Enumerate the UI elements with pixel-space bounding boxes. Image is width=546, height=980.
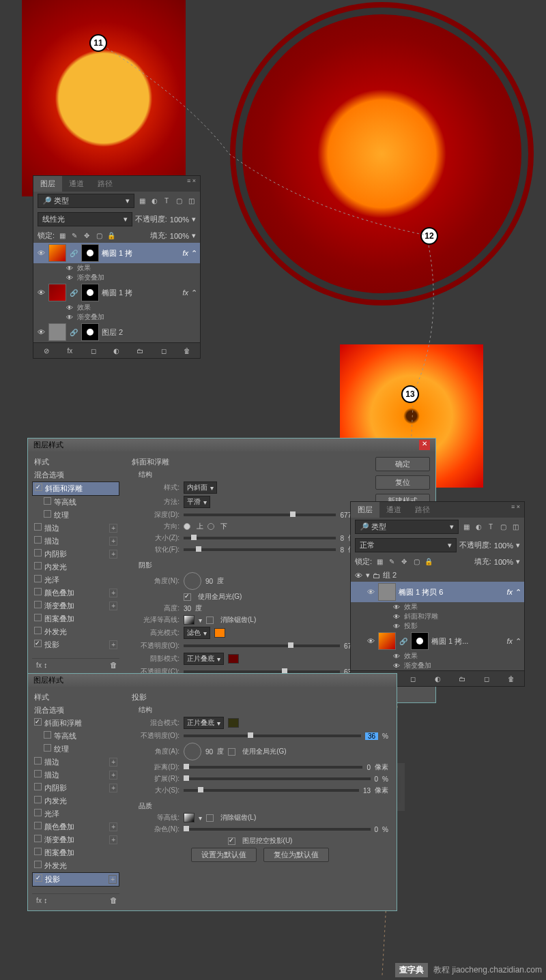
layer-row-1[interactable]: 👁 🔗 椭圆 1 拷 fx ⌃ bbox=[33, 243, 200, 263]
lock-trans-icon[interactable]: ▦ bbox=[57, 231, 67, 241]
fx-badge[interactable]: fx bbox=[182, 288, 188, 297]
style-inner-shadow[interactable]: 内阴影+ bbox=[32, 782, 119, 795]
link-icon[interactable]: 🔗 bbox=[69, 288, 78, 297]
fx-gradient-overlay[interactable]: 👁渐变叠加 bbox=[351, 661, 524, 670]
anti-alias-cb[interactable] bbox=[206, 617, 214, 624]
eye-icon[interactable]: 👁 bbox=[36, 328, 46, 336]
style-satin[interactable]: 光泽 bbox=[32, 574, 119, 586]
blending-options[interactable]: 混合选项 bbox=[32, 704, 119, 717]
opacity-value[interactable]: 100% bbox=[494, 541, 513, 550]
fill-value[interactable]: 100% bbox=[170, 232, 189, 240]
panel-menu-icon[interactable]: ≡ × bbox=[183, 176, 200, 192]
layer-row-3[interactable]: 👁 🔗 图层 2 bbox=[33, 322, 200, 342]
tab-channels[interactable]: 通道 bbox=[379, 502, 408, 518]
fx-icon[interactable]: fx bbox=[34, 660, 44, 670]
shadow-color[interactable] bbox=[228, 654, 239, 664]
style-texture[interactable]: 纹理 bbox=[32, 509, 119, 522]
style-gradient-overlay[interactable]: 渐变叠加+ bbox=[32, 833, 119, 846]
mask-icon[interactable]: ◻ bbox=[89, 346, 98, 355]
hilite-mode-select[interactable]: 滤色 ▾ bbox=[184, 627, 210, 639]
filter-type-select[interactable]: 🔎 类型▾ bbox=[38, 194, 134, 208]
trash-icon[interactable]: 🗑 bbox=[182, 346, 192, 355]
fx-effect[interactable]: 👁效果 bbox=[33, 263, 200, 273]
eye-icon[interactable]: 👁 bbox=[354, 571, 363, 580]
cancel-button[interactable]: 复位 bbox=[375, 475, 430, 490]
chevron-down-icon[interactable]: ▾ bbox=[366, 571, 370, 580]
style-outer-glow[interactable]: 外发光 bbox=[32, 625, 119, 638]
link-icon[interactable]: 🔗 bbox=[69, 248, 78, 258]
new-layer-icon[interactable]: ◻ bbox=[159, 346, 169, 355]
shadow-mode-select[interactable]: 正片叠底 ▾ bbox=[184, 653, 224, 665]
text-icon[interactable]: T bbox=[162, 196, 171, 206]
adjust-layer-icon[interactable]: ◐ bbox=[112, 346, 121, 355]
layer-row-1[interactable]: 👁 椭圆 1 拷贝 6 fx ⌃ bbox=[351, 582, 524, 602]
soften-slider[interactable] bbox=[184, 548, 336, 551]
style-contour[interactable]: 等高线 bbox=[32, 730, 119, 743]
eye-icon[interactable]: 👁 bbox=[366, 588, 375, 596]
method-select[interactable]: 平滑 ▾ bbox=[184, 496, 210, 508]
fx-drop-shadow[interactable]: 👁投影 bbox=[351, 621, 524, 631]
layer-row-2[interactable]: 👁 🔗 椭圆 1 拷... fx ⌃ bbox=[351, 631, 524, 651]
style-texture[interactable]: 纹理 bbox=[32, 743, 119, 756]
lock-brush-icon[interactable]: ✎ bbox=[70, 231, 79, 241]
style-stroke[interactable]: 描边+ bbox=[32, 522, 119, 535]
blending-options[interactable]: 混合选项 bbox=[32, 469, 119, 481]
style-select[interactable]: 内斜面 ▾ bbox=[184, 481, 217, 494]
style-outer-glow[interactable]: 外发光 bbox=[32, 859, 119, 872]
blend-mode-select[interactable]: 正片叠底 ▾ bbox=[184, 717, 224, 729]
style-contour[interactable]: 等高线 bbox=[32, 496, 119, 509]
tab-channels[interactable]: 通道 bbox=[62, 176, 91, 192]
style-satin[interactable]: 光泽 bbox=[32, 807, 119, 820]
distance-slider[interactable] bbox=[184, 766, 362, 769]
style-color-overlay[interactable]: 颜色叠加+ bbox=[32, 820, 119, 833]
eye-icon[interactable]: 👁 bbox=[36, 249, 46, 257]
adjust-layer-icon[interactable]: ◐ bbox=[433, 674, 442, 683]
adjust-icon[interactable]: ◐ bbox=[474, 522, 483, 532]
fx-gradient-overlay[interactable]: 👁渐变叠加 bbox=[33, 273, 200, 282]
panel-menu-icon[interactable]: ≡ × bbox=[507, 502, 524, 518]
fx-effect[interactable]: 👁效果 bbox=[33, 303, 200, 312]
global-light-cb[interactable] bbox=[184, 593, 191, 601]
knockout-cb[interactable] bbox=[228, 837, 235, 845]
lock-all-icon[interactable]: 🔒 bbox=[106, 231, 116, 241]
dir-up-radio[interactable] bbox=[184, 523, 190, 530]
shadow-color[interactable] bbox=[228, 718, 239, 728]
group-icon[interactable]: 🗀 bbox=[457, 674, 467, 683]
style-inner-glow[interactable]: 内发光 bbox=[32, 795, 119, 807]
size-slider[interactable] bbox=[184, 537, 336, 539]
shape-icon[interactable]: ▢ bbox=[174, 196, 184, 206]
fx-chevron-icon[interactable]: ⌃ bbox=[191, 288, 197, 297]
group-row[interactable]: 👁 ▾ 🗀 组 2 bbox=[351, 569, 524, 582]
style-stroke2[interactable]: 描边+ bbox=[32, 535, 119, 548]
styles-header[interactable]: 样式 bbox=[32, 456, 119, 469]
angle-control[interactable] bbox=[184, 572, 201, 590]
dir-down-radio[interactable] bbox=[207, 523, 214, 530]
styles-header[interactable]: 样式 bbox=[32, 691, 119, 704]
image-icon[interactable]: ▦ bbox=[461, 522, 471, 532]
depth-slider[interactable] bbox=[184, 514, 336, 516]
noise-slider[interactable] bbox=[184, 828, 371, 831]
lock-artboard-icon[interactable]: ▢ bbox=[94, 231, 104, 241]
fx-icon[interactable]: fx bbox=[65, 346, 74, 355]
style-color-overlay[interactable]: 颜色叠加+ bbox=[32, 586, 119, 599]
opacity-value[interactable]: 100% bbox=[170, 216, 189, 224]
text-icon[interactable]: T bbox=[486, 522, 495, 532]
lock-brush-icon[interactable]: ✎ bbox=[387, 557, 397, 567]
style-inner-glow[interactable]: 内发光 bbox=[32, 561, 119, 574]
style-pattern-overlay[interactable]: 图案叠加 bbox=[32, 846, 119, 859]
set-default-button[interactable]: 设置为默认值 bbox=[191, 848, 257, 862]
trash-icon[interactable]: 🗑 bbox=[506, 674, 516, 683]
style-stroke[interactable]: 描边+ bbox=[32, 756, 119, 769]
style-inner-shadow[interactable]: 内阴影+ bbox=[32, 548, 119, 561]
style-gradient-overlay[interactable]: 渐变叠加+ bbox=[32, 599, 119, 612]
spread-slider[interactable] bbox=[184, 777, 371, 780]
hilite-color[interactable] bbox=[214, 628, 225, 638]
fx-chevron-icon[interactable]: ⌃ bbox=[515, 588, 521, 597]
tab-paths[interactable]: 路径 bbox=[408, 502, 437, 518]
link-icon[interactable]: 🔗 bbox=[399, 636, 408, 646]
adjust-icon[interactable]: ◐ bbox=[149, 196, 159, 206]
lock-all-icon[interactable]: 🔒 bbox=[424, 557, 433, 567]
shape-icon[interactable]: ▢ bbox=[498, 522, 508, 532]
lock-trans-icon[interactable]: ▦ bbox=[375, 557, 384, 567]
lock-move-icon[interactable]: ✥ bbox=[82, 231, 91, 241]
